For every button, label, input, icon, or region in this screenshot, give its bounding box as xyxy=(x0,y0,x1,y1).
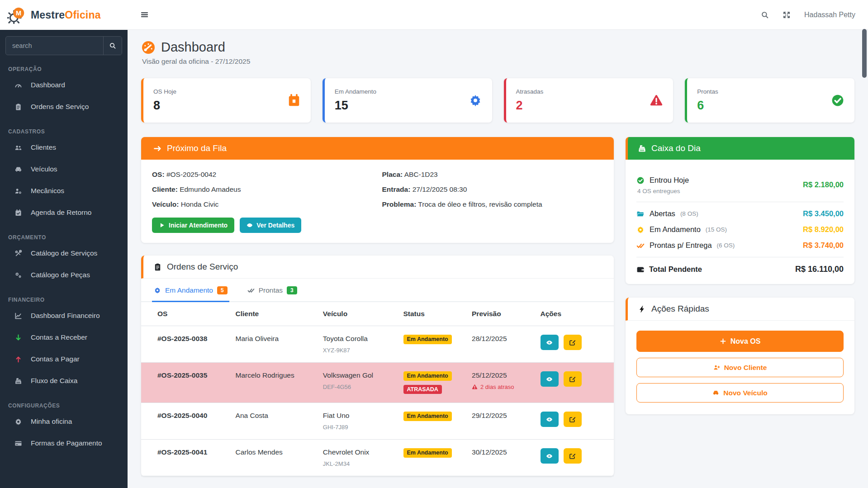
sidebar-item-fluxo-de-caixa[interactable]: Fluxo de Caixa xyxy=(0,370,128,392)
quick-actions-title: Ações Rápidas xyxy=(651,304,709,314)
user-plus-icon xyxy=(713,364,720,371)
edit-order-button[interactable] xyxy=(564,371,582,387)
orders-header: Ordens de Serviço xyxy=(141,256,614,279)
sidebar-item-label: Mecânicos xyxy=(31,187,64,195)
cash-row-count: (15 OS) xyxy=(706,226,727,233)
cash-row-entrou: Entrou Hoje 4 OS entregues R$ 2.180,00 xyxy=(636,176,844,194)
cash-row-sub: 4 OS entregues xyxy=(637,188,689,194)
divider xyxy=(636,202,844,202)
queue-problema: Problema: Troca de óleo e filtros, revis… xyxy=(382,200,603,208)
eye-icon xyxy=(546,416,553,423)
new-vehicle-button[interactable]: Novo Veículo xyxy=(636,383,844,403)
calendar-check-icon xyxy=(14,209,23,217)
sidebar-item-label: Agenda de Retorno xyxy=(31,208,91,217)
new-client-label: Novo Cliente xyxy=(724,364,767,372)
new-client-button[interactable]: Novo Cliente xyxy=(636,358,844,377)
queue-veiculo-label: Veículo: xyxy=(152,200,179,208)
sidebar-item-ordens-de-servico[interactable]: Ordens de Serviço xyxy=(0,96,128,118)
edit-order-button[interactable] xyxy=(564,335,582,350)
sidebar-item-catalogo-pecas[interactable]: Catálogo de Peças xyxy=(0,264,128,286)
car-icon xyxy=(14,166,23,173)
brand[interactable]: M MestreOficina xyxy=(0,0,128,30)
tab-prontas[interactable]: Prontas 3 xyxy=(246,279,299,302)
edit-order-button[interactable] xyxy=(564,412,582,427)
sidebar-item-contas-a-receber[interactable]: Contas a Receber xyxy=(0,327,128,348)
late-badge: ATRASADA xyxy=(403,385,442,394)
main-content: Dashboard Visão geral da oficina - 27/12… xyxy=(128,30,868,488)
pencil-square-icon xyxy=(569,416,576,423)
view-order-button[interactable] xyxy=(541,448,559,464)
folder-open-icon xyxy=(636,210,645,218)
sidebar-item-agenda-de-retorno[interactable]: Agenda de Retorno xyxy=(0,202,128,223)
menu-toggle-icon[interactable] xyxy=(140,10,149,19)
sidebar-item-label: Minha oficina xyxy=(31,417,72,426)
quick-actions-header: Ações Rápidas xyxy=(626,298,854,321)
sidebar-search-input[interactable] xyxy=(6,37,103,55)
cash-title: Caixa do Dia xyxy=(651,143,701,153)
user-gear-icon xyxy=(14,187,23,195)
warning-icon xyxy=(472,384,478,390)
double-check-icon xyxy=(247,287,255,294)
sidebar-item-mecanicos[interactable]: Mecânicos xyxy=(0,180,128,202)
sidebar-item-catalogo-servicos[interactable]: > Catálogo de Serviços xyxy=(0,242,128,264)
clipboard-icon xyxy=(14,103,23,111)
gear-icon xyxy=(469,94,482,107)
arrow-right-icon xyxy=(153,144,162,153)
orders-title: Ordens de Serviço xyxy=(167,262,238,272)
sidebar-item-label: Dashboard xyxy=(31,81,65,89)
cash-row-count: (8 OS) xyxy=(680,210,698,217)
brand-logo-icon: M xyxy=(7,5,26,24)
sidebar-item-dashboard-financeiro[interactable]: Dashboard Financeiro xyxy=(0,305,128,327)
start-service-button[interactable]: Iniciar Atendimento xyxy=(152,218,234,233)
edit-order-button[interactable] xyxy=(564,448,582,464)
sidebar-item-clientes[interactable]: Clientes xyxy=(0,137,128,158)
sidebar-item-label: Catálogo de Peças xyxy=(31,271,90,279)
queue-os: OS: #OS-2025-0042 xyxy=(152,171,373,179)
sidebar-item-formas-de-pagamento[interactable]: Formas de Pagamento xyxy=(0,432,128,454)
sidebar-search-button[interactable] xyxy=(103,37,122,55)
cell-status: Em Andamento xyxy=(399,403,468,440)
sidebar-item-minha-oficina[interactable]: Minha oficina xyxy=(0,411,128,432)
queue-veiculo-value: Honda Civic xyxy=(181,200,219,208)
stat-card-atrasadas: Atrasadas 2 xyxy=(504,78,674,123)
new-os-label: Nova OS xyxy=(730,337,761,346)
fullscreen-icon[interactable] xyxy=(783,11,791,19)
topbar-search-icon[interactable] xyxy=(761,11,769,19)
sidebar-item-label: Fluxo de Caixa xyxy=(31,377,77,385)
sidebar-item-label: Contas a Receber xyxy=(31,333,87,341)
queue-cliente: Cliente: Edmundo Amadeus xyxy=(152,185,373,194)
user-name[interactable]: Hadassah Petty xyxy=(804,11,855,19)
view-order-button[interactable] xyxy=(541,371,559,387)
status-badge: Em Andamento xyxy=(403,448,452,458)
quick-actions-panel: Ações Rápidas Nova OS Novo Cliente Novo … xyxy=(626,298,854,414)
cell-os: #OS-2025-0035 xyxy=(141,363,231,403)
view-order-button[interactable] xyxy=(541,335,559,350)
cell-previsao: 29/12/2025 xyxy=(467,403,536,440)
gear-icon xyxy=(636,226,645,234)
col-status: Status xyxy=(399,302,468,326)
dashboard-icon xyxy=(141,40,156,55)
sidebar-item-label: Dashboard Financeiro xyxy=(31,312,100,320)
sidebar-item-label: Clientes xyxy=(31,143,56,152)
view-order-button[interactable] xyxy=(541,412,559,427)
tab-em-andamento[interactable]: Em Andamento 5 xyxy=(152,279,229,302)
cell-acoes xyxy=(536,326,614,363)
col-os: OS xyxy=(141,302,231,326)
cell-veiculo: Toyota CorollaXYZ-9K87 xyxy=(318,326,399,363)
tab-count-badge: 5 xyxy=(217,286,228,294)
eye-icon xyxy=(546,376,553,383)
page-subtitle: Visão geral da oficina - 27/12/2025 xyxy=(142,57,854,66)
new-os-button[interactable]: Nova OS xyxy=(636,331,844,352)
view-details-button[interactable]: Ver Detalhes xyxy=(240,218,301,233)
orders-table: OS Cliente Veículo Status Previsão Ações… xyxy=(141,302,614,476)
table-row: #OS-2025-0040 Ana Costa Fiat UnoGHI-7J89… xyxy=(141,403,614,440)
check-circle-icon xyxy=(636,176,645,185)
sidebar-item-veiculos[interactable]: Veículos xyxy=(0,158,128,180)
sidebar-item-dashboard[interactable]: Dashboard xyxy=(0,74,128,96)
orders-tabs: Em Andamento 5 Prontas 3 xyxy=(141,279,614,302)
sidebar-item-contas-a-pagar[interactable]: Contas a Pagar xyxy=(0,348,128,370)
col-acoes: Ações xyxy=(536,302,614,326)
scrollbar-thumb[interactable] xyxy=(862,29,867,78)
stat-card-em-andamento: Em Andamento 15 xyxy=(323,78,492,123)
svg-text:M: M xyxy=(16,9,21,17)
